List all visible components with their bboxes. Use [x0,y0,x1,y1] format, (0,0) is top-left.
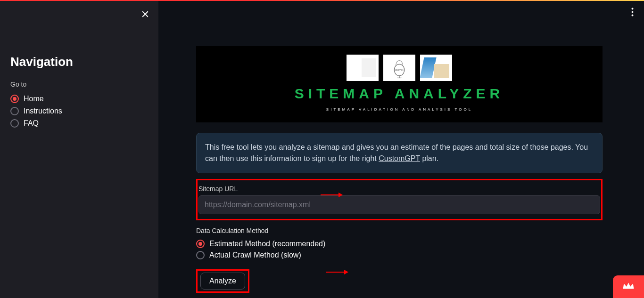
main-content: analysis SITEMAP ANALYZER SITEMAP VALIDA… [158,1,644,298]
sidebar-item-label: Instructions [24,107,62,115]
sidebar-item-label: Home [24,95,44,103]
method-options: Estimated Method (recommended) Actual Cr… [196,238,603,261]
radio-icon [196,240,205,248]
method-label: Data Calculation Method [196,227,603,234]
info-box: This free tool lets you analyze a sitema… [196,133,603,173]
arrow-head-icon [344,270,348,274]
sidebar: Navigation Go to Home Instructions FAQ [0,1,158,298]
radio-icon [10,95,19,103]
more-vertical-icon [631,10,634,18]
method-option-label: Estimated Method (recommended) [209,240,325,248]
banner-image: analysis SITEMAP ANALYZER SITEMAP VALIDA… [196,46,603,122]
sidebar-close-button[interactable] [140,9,151,21]
crown-widget-button[interactable] [613,275,644,298]
sitemap-url-label: Sitemap URL [198,185,600,193]
sidebar-title: Navigation [10,55,148,69]
sidebar-goto-label: Go to [10,81,148,88]
sidebar-item-instructions[interactable]: Instructions [10,105,148,117]
svg-point-3 [632,11,634,13]
method-option-actual[interactable]: Actual Crawl Method (slow) [196,250,603,261]
radio-icon [196,251,205,259]
customgpt-link[interactable]: CustomGPT [379,154,420,162]
banner-thumbs: analysis [347,55,452,81]
banner-thumb-2: analysis [383,55,415,81]
arrow-shaft [326,272,344,273]
app-container: Navigation Go to Home Instructions FAQ [0,0,644,298]
sitemap-url-input[interactable] [198,195,600,214]
radio-icon [10,119,19,128]
more-options-button[interactable] [631,8,634,18]
annotation-arrow-1 [321,193,343,197]
sidebar-item-faq[interactable]: FAQ [10,117,148,129]
banner-title: SITEMAP ANALYZER [295,86,504,102]
analyze-button[interactable]: Analyze [200,273,245,290]
banner-subtitle: SITEMAP VALIDATION AND ANALYSIS TOOL [326,107,472,112]
bulb-label: analysis [395,68,403,71]
svg-point-4 [632,15,634,16]
arrow-head-icon [339,193,343,197]
sidebar-item-label: FAQ [24,119,39,128]
radio-icon [10,107,19,115]
info-text-after: plan. [420,154,438,162]
arrow-shaft [321,194,339,195]
content-column: analysis SITEMAP ANALYZER SITEMAP VALIDA… [196,46,603,298]
banner-thumb-3 [420,55,452,81]
method-option-estimated[interactable]: Estimated Method (recommended) [196,238,603,250]
sidebar-item-home[interactable]: Home [10,93,148,105]
svg-point-2 [632,8,634,10]
method-option-label: Actual Crawl Method (slow) [209,251,301,259]
annotation-arrow-2 [326,270,348,274]
close-icon [141,10,149,20]
banner-thumb-1 [347,55,379,81]
crown-icon [622,281,635,292]
top-accent-bar [0,0,644,1]
analyze-annotation-box: Analyze [196,269,249,293]
sitemap-url-annotation-box: Sitemap URL [196,179,603,220]
